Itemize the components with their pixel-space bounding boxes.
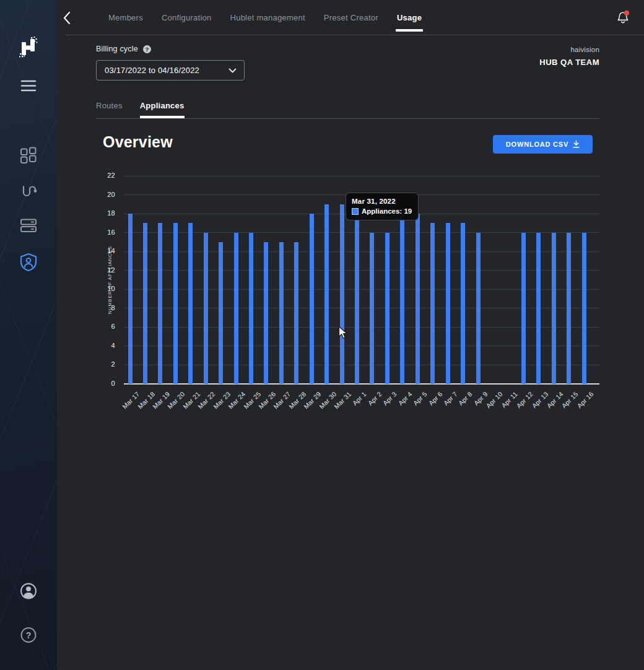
y-tick-label: 10 [92, 285, 115, 292]
chart-tooltip: Mar 31, 2022 Appliances: 19 [346, 193, 419, 220]
nav-divider [65, 35, 644, 35]
bar-apr-1[interactable] [355, 214, 359, 384]
user-avatar-icon[interactable] [20, 582, 38, 600]
y-tick-label: 0 [92, 380, 115, 387]
billing-cycle-label: Billing cycle [96, 45, 138, 53]
bar-mar-18[interactable] [143, 223, 147, 384]
bar-apr-5[interactable] [416, 214, 420, 384]
x-tick-label: Apr 15 [560, 390, 580, 409]
y-tick-label: 22 [92, 172, 115, 179]
y-tick-label: 14 [92, 247, 115, 255]
account-info: haivision HUB QA TEAM [539, 46, 599, 67]
bar-mar-30[interactable] [324, 204, 329, 384]
x-tick-label: Apr 6 [427, 390, 443, 407]
x-tick-label: Apr 5 [412, 390, 429, 407]
download-csv-button[interactable]: DOWNLOAD CSV [493, 135, 593, 154]
bar-mar-26[interactable] [264, 242, 268, 384]
bar-apr-9[interactable] [476, 233, 481, 384]
y-tick-label: 8 [92, 304, 115, 311]
y-tick-label: 4 [92, 342, 115, 349]
x-tick-label: Apr 10 [485, 390, 504, 409]
gridline [124, 251, 599, 252]
bar-mar-25[interactable] [249, 233, 253, 384]
x-tick-label: Apr 16 [575, 390, 594, 409]
bar-mar-29[interactable] [310, 214, 314, 384]
billing-help-icon[interactable]: ? [143, 45, 151, 53]
hamburger-menu-icon[interactable] [20, 80, 37, 92]
bar-mar-24[interactable] [234, 233, 238, 384]
download-icon [573, 141, 580, 148]
chevron-left-icon [63, 11, 71, 25]
bar-apr-13[interactable] [536, 233, 541, 384]
bar-apr-12[interactable] [521, 233, 526, 384]
bar-apr-3[interactable] [385, 233, 389, 384]
bar-mar-23[interactable] [219, 242, 223, 384]
bar-mar-17[interactable] [128, 214, 133, 384]
tab-preset-creator[interactable]: Preset Creator [324, 0, 378, 35]
bar-apr-8[interactable] [461, 223, 465, 384]
tab-members[interactable]: Members [108, 0, 143, 35]
org-name: haivision [539, 46, 599, 53]
bar-mar-27[interactable] [279, 242, 284, 384]
x-tick-label: Apr 2 [366, 390, 383, 407]
team-name: HUB QA TEAM [539, 58, 599, 67]
sidebar: ? [0, 0, 57, 670]
subtab-appliances[interactable]: Appliances [140, 97, 185, 118]
y-tick-label: 12 [92, 266, 115, 274]
notification-red-dot [624, 11, 629, 15]
appliances-icon[interactable] [20, 219, 37, 233]
bar-mar-21[interactable] [188, 223, 193, 384]
help-icon[interactable]: ? [20, 627, 37, 643]
bar-mar-22[interactable] [204, 233, 208, 384]
svg-text:?: ? [26, 630, 32, 640]
bar-mar-20[interactable] [173, 223, 178, 384]
bar-apr-16[interactable] [582, 233, 586, 384]
gridline [124, 176, 599, 176]
page-title: Overview [103, 133, 173, 151]
x-tick-label: Apr 12 [515, 390, 534, 409]
gridline [124, 232, 599, 233]
x-axis-tick-labels: Mar 17Mar 18Mar 19Mar 20Mar 21Mar 22Mar … [124, 384, 599, 418]
y-tick-label: 2 [92, 360, 115, 368]
x-tick-label: Apr 1 [351, 390, 368, 407]
bar-apr-7[interactable] [446, 223, 450, 384]
bar-apr-14[interactable] [552, 233, 556, 384]
bell-icon [616, 10, 630, 26]
notifications-button[interactable] [616, 10, 630, 26]
back-button[interactable] [63, 11, 73, 25]
bar-apr-15[interactable] [567, 233, 571, 384]
gridline [124, 346, 599, 346]
tooltip-series-swatch [352, 208, 359, 215]
subtab-divider [96, 118, 599, 119]
tooltip-value: Appliances: 19 [362, 207, 412, 215]
admin-shield-icon[interactable] [19, 253, 38, 272]
gridline [124, 308, 599, 308]
dashboard-icon[interactable] [20, 147, 37, 163]
tab-hublet-management[interactable]: Hublet management [230, 0, 305, 35]
bar-mar-19[interactable] [158, 223, 162, 384]
billing-cycle-value: 03/17/2022 to 04/16/2022 [105, 66, 199, 75]
gridline [124, 365, 599, 365]
y-tick-label: 20 [92, 191, 115, 198]
bar-mar-31[interactable] [340, 204, 344, 384]
x-tick-label: Apr 14 [545, 390, 564, 409]
routes-icon[interactable] [20, 182, 37, 199]
gridline [124, 327, 599, 328]
x-tick-label: Apr 8 [457, 390, 474, 407]
tab-configuration[interactable]: Configuration [162, 0, 212, 35]
bar-mar-28[interactable] [294, 242, 298, 384]
tab-usage[interactable]: Usage [397, 0, 422, 35]
bar-apr-4[interactable] [400, 214, 404, 384]
bar-apr-2[interactable] [370, 233, 374, 384]
topnav-tabs: MembersConfigurationHublet managementPre… [108, 0, 422, 35]
subtab-routes[interactable]: Routes [96, 97, 123, 118]
x-tick-label: Apr 3 [381, 390, 398, 407]
billing-cycle-select[interactable]: 03/17/2022 to 04/16/2022 [96, 60, 245, 80]
gridline [124, 289, 599, 290]
x-tick-label: Apr 7 [442, 390, 459, 407]
app-window: ? MembersConfigurationHublet managementP… [0, 0, 644, 670]
bar-apr-6[interactable] [430, 223, 435, 384]
gridline [124, 270, 599, 271]
y-tick-label: 16 [92, 228, 115, 236]
chevron-down-icon [228, 68, 237, 73]
